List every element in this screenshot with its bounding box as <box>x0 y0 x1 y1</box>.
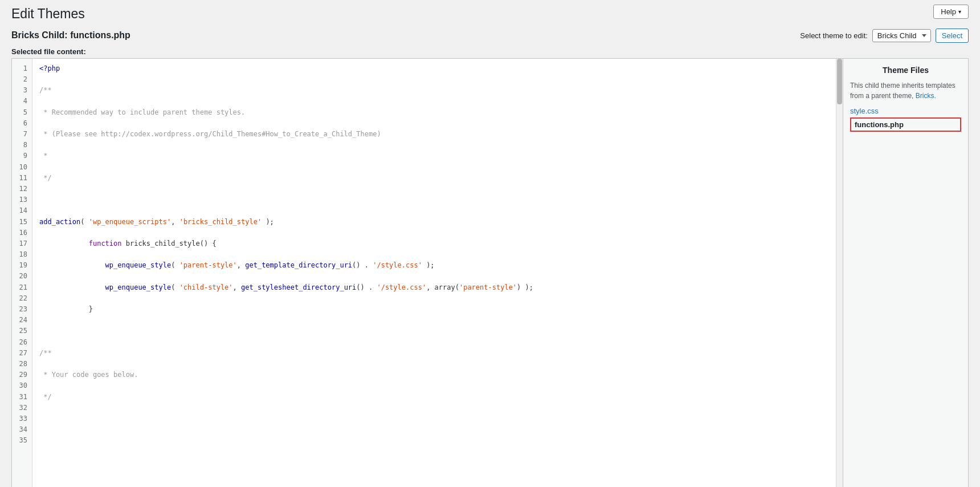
code-line: * <box>39 151 829 161</box>
help-label: Help <box>941 7 956 16</box>
code-line: * Your code goes below. <box>39 370 829 380</box>
help-arrow-icon: ▾ <box>958 9 961 15</box>
sidebar: Theme Files This child theme inherits te… <box>843 59 968 487</box>
sidebar-description: This child theme inherits templates from… <box>850 80 961 101</box>
code-line: */ <box>39 392 829 403</box>
code-line: function bricks_child_style() { <box>39 238 829 249</box>
code-line: */ <box>39 173 829 184</box>
code-editor[interactable]: <?php /** * Recommended way to include p… <box>32 59 836 487</box>
code-line <box>39 413 829 424</box>
code-line <box>39 457 829 468</box>
code-line <box>39 435 829 446</box>
theme-selector-label: Select theme to edit: <box>800 31 868 40</box>
code-line: wp_enqueue_style( 'parent-style', get_te… <box>39 260 829 271</box>
scrollbar-area[interactable] <box>836 59 843 487</box>
theme-select[interactable]: Bricks Child Bricks <box>872 29 931 42</box>
code-line <box>39 479 829 487</box>
code-line: /** <box>39 348 829 359</box>
sidebar-file-link[interactable]: style.css <box>850 107 961 115</box>
page-title: Edit Themes <box>11 6 969 23</box>
code-line: /** <box>39 85 829 96</box>
code-line <box>39 326 829 336</box>
theme-selector-area: Select theme to edit: Bricks Child Brick… <box>800 29 969 43</box>
sidebar-active-file[interactable]: functions.php <box>850 117 961 132</box>
top-bar: Bricks Child: functions.php Select theme… <box>11 29 969 43</box>
help-button[interactable]: Help ▾ <box>933 5 969 19</box>
code-line <box>39 194 829 205</box>
code-line: <?php <box>39 63 829 74</box>
code-line: * Recommended way to include parent them… <box>39 107 829 118</box>
code-line: wp_enqueue_style( 'child-style', get_sty… <box>39 282 829 293</box>
main-content: 1234567891011121314151617181920212223242… <box>11 58 969 487</box>
file-title: Bricks Child: functions.php <box>11 30 130 40</box>
select-button[interactable]: Select <box>936 29 969 43</box>
code-line: * (Please see http://codex.wordpress.org… <box>39 129 829 140</box>
code-line: add_action( 'wp_enqueue_scripts', 'brick… <box>39 217 829 228</box>
scrollbar-thumb[interactable] <box>837 59 842 104</box>
parent-theme-link[interactable]: Bricks. <box>916 92 936 100</box>
sidebar-files: style.cssfunctions.php <box>850 107 961 132</box>
code-line: } <box>39 304 829 315</box>
page-wrapper: Edit Themes Bricks Child: functions.php … <box>0 0 980 487</box>
sidebar-title: Theme Files <box>850 66 961 75</box>
selected-file-label: Selected file content: <box>11 47 969 56</box>
editor-area: 1234567891011121314151617181920212223242… <box>12 59 843 487</box>
line-numbers: 1234567891011121314151617181920212223242… <box>12 59 32 487</box>
